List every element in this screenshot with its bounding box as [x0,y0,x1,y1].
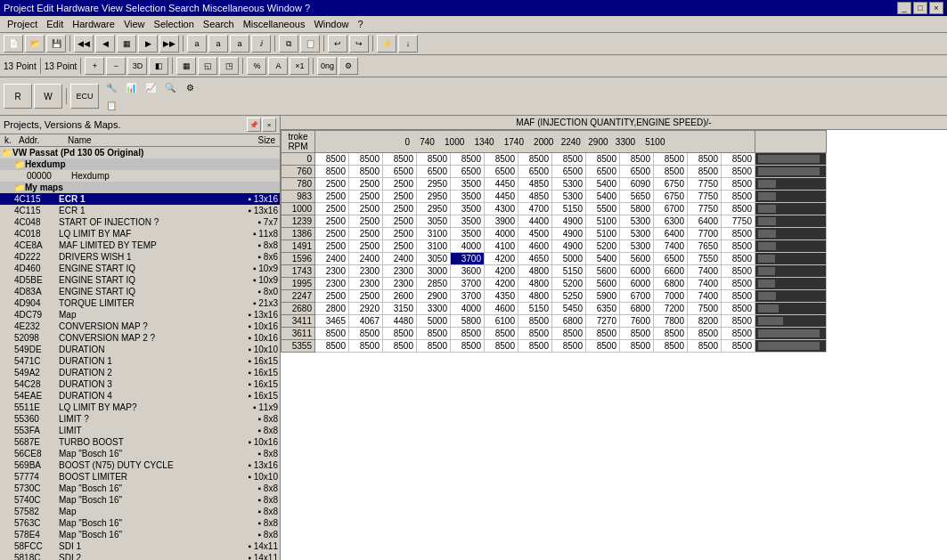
toolbar-btn-redo[interactable]: ↪ [349,35,369,53]
cell-10-8[interactable]: 5600 [586,278,620,290]
cell-11-2[interactable]: 2600 [383,290,417,303]
cell-9-3[interactable]: 3000 [417,265,451,278]
cell-1-3[interactable]: 6500 [417,166,451,178]
cell-8-7[interactable]: 5000 [552,253,586,265]
cell-4-7[interactable]: 5150 [552,203,586,215]
cell-2-3[interactable]: 2950 [417,178,451,191]
cell-12-12[interactable]: 8500 [722,303,755,315]
cell-9-5[interactable]: 4200 [485,265,518,278]
project-label[interactable]: 📁 VW Passat (Pd 130 05 Original) [0,147,280,158]
cell-2-2[interactable]: 2500 [383,178,417,191]
cell-2-10[interactable]: 6750 [654,178,688,191]
cell-12-11[interactable]: 7500 [688,303,722,315]
cell-1-11[interactable]: 8500 [688,166,722,178]
toolbar-btn-sel3[interactable]: ◳ [219,57,239,75]
cell-3-3[interactable]: 2950 [417,191,451,203]
cell-6-1[interactable]: 2500 [349,228,383,240]
tree-area[interactable]: 📁 VW Passat (Pd 130 05 Original) 📁 Hexdu… [0,147,280,560]
cell-10-1[interactable]: 2300 [349,278,383,290]
toolbar-btn-prev2[interactable]: ◀ [95,35,115,53]
cell-6-9[interactable]: 5300 [620,228,654,240]
small-btn-1[interactable]: 🔧 [102,79,120,95]
cell-8-11[interactable]: 7550 [688,253,722,265]
cell-5-5[interactable]: 3900 [485,215,518,228]
map-item-9[interactable]: 4DC79 Map ▪ 13x16 [0,309,280,321]
cell-12-3[interactable]: 3300 [417,303,451,315]
cell-10-10[interactable]: 6800 [654,278,688,290]
small-btn-6[interactable]: 📋 [102,97,120,113]
cell-6-5[interactable]: 4000 [485,228,518,240]
cell-4-8[interactable]: 5500 [586,203,620,215]
cell-7-5[interactable]: 4100 [485,240,518,253]
cell-4-12[interactable]: 8500 [722,203,755,215]
cell-13-5[interactable]: 6100 [485,315,518,328]
cell-0-12[interactable]: 8500 [722,153,755,166]
toolbar-btn-save[interactable]: 💾 [46,35,66,53]
map-item-ecr1[interactable]: 4C115 ECR 1 ▪ 13x16 [0,193,280,205]
map-item-4[interactable]: 4D222 DRIVERS WISH 1 ▪ 8x6 [0,251,280,263]
cell-14-9[interactable]: 8500 [620,328,654,340]
cell-15-4[interactable]: 8500 [451,340,485,353]
map-item-12[interactable]: 549DE DURATION ▪ 10x10 [0,344,280,355]
table-row[interactable]: 2247250025002600290037004350480052505900… [282,290,827,303]
toolbar-btn-zoom-out[interactable]: − [106,57,126,75]
mymaps-folder[interactable]: 📁 My maps [0,182,280,193]
cell-14-7[interactable]: 8500 [552,328,586,340]
cell-10-6[interactable]: 4800 [518,278,552,290]
cell-14-11[interactable]: 8500 [688,328,722,340]
cell-2-1[interactable]: 2500 [349,178,383,191]
cell-5-0[interactable]: 2500 [315,215,349,228]
cell-7-12[interactable]: 8500 [722,240,755,253]
map-item-21[interactable]: 56CE8 Map "Bosch 16" ▪ 8x8 [0,448,280,459]
cell-6-11[interactable]: 7700 [688,228,722,240]
table-row[interactable]: 2680280029203150330040004600515054506350… [282,303,827,315]
cell-1-5[interactable]: 6500 [485,166,518,178]
cell-14-4[interactable]: 8500 [451,328,485,340]
cell-2-11[interactable]: 7750 [688,178,722,191]
cell-8-0[interactable]: 2400 [315,253,349,265]
cell-15-11[interactable]: 8500 [688,340,722,353]
map-item-13[interactable]: 5471C DURATION 1 ▪ 16x15 [0,355,280,367]
map-item-10[interactable]: 4E232 CONVERSION MAP ? ▪ 10x16 [0,321,280,332]
table-row[interactable]: 3411346540674480500058006100850068007270… [282,315,827,328]
cell-11-5[interactable]: 4350 [485,290,518,303]
cell-11-12[interactable]: 8500 [722,290,755,303]
table-row[interactable]: 7608500850065006500650065006500650065006… [282,166,827,178]
menu-view[interactable]: View [120,18,149,30]
cell-13-8[interactable]: 7270 [586,315,620,328]
cell-11-8[interactable]: 5900 [586,290,620,303]
cell-2-6[interactable]: 4850 [518,178,552,191]
cell-7-9[interactable]: 5300 [620,240,654,253]
cell-13-10[interactable]: 7800 [654,315,688,328]
map-item-26[interactable]: 57582 Map ▪ 8x8 [0,506,280,517]
cell-6-8[interactable]: 5100 [586,228,620,240]
btn-ecu[interactable]: ECU [70,84,99,109]
cell-2-8[interactable]: 5400 [586,178,620,191]
cell-5-6[interactable]: 4400 [518,215,552,228]
cell-11-7[interactable]: 5250 [552,290,586,303]
cell-7-0[interactable]: 2500 [315,240,349,253]
cell-5-2[interactable]: 2500 [383,215,417,228]
toolbar-btn-abs[interactable]: A [268,57,288,75]
map-item-8[interactable]: 4D904 TORQUE LIMITER ▪ 21x3 [0,297,280,309]
toolbar-btn-compare[interactable]: ◧ [149,57,168,75]
map-item-27[interactable]: 5763C Map "Bosch 16" ▪ 8x8 [0,517,280,529]
cell-1-1[interactable]: 8500 [349,166,383,178]
cell-8-9[interactable]: 5600 [620,253,654,265]
cell-11-9[interactable]: 6700 [620,290,654,303]
map-item-17[interactable]: 5511E LQ LIMIT BY MAP? ▪ 11x9 [0,402,280,413]
toolbar-btn-copy[interactable]: ⧉ [279,35,298,53]
small-btn-2[interactable]: 📊 [122,79,140,95]
cell-8-6[interactable]: 4650 [518,253,552,265]
cell-14-6[interactable]: 8500 [518,328,552,340]
cell-3-5[interactable]: 4450 [485,191,518,203]
table-row[interactable]: 1000250025002500295035004300470051505500… [282,203,827,215]
cell-5-4[interactable]: 3500 [451,215,485,228]
cell-14-1[interactable]: 8500 [349,328,383,340]
cell-1-12[interactable]: 8500 [722,166,755,178]
cell-13-2[interactable]: 4480 [383,315,417,328]
cell-3-8[interactable]: 5400 [586,191,620,203]
cell-6-3[interactable]: 3100 [417,228,451,240]
cell-9-11[interactable]: 7400 [688,265,722,278]
cell-3-1[interactable]: 2500 [349,191,383,203]
